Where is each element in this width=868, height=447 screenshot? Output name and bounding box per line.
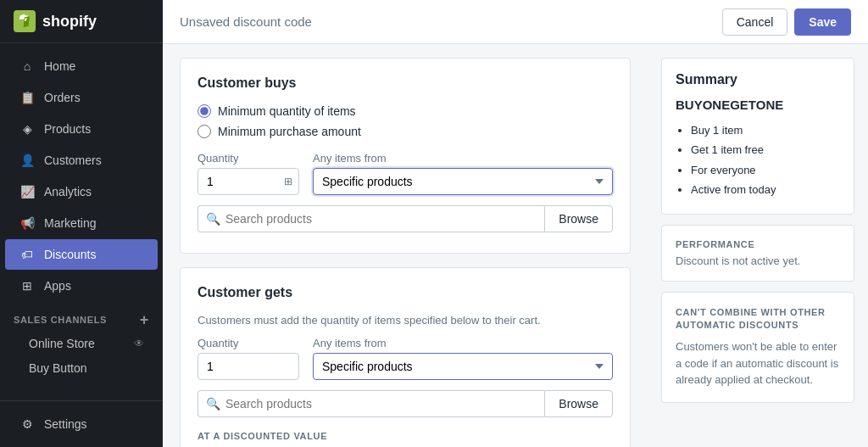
- sidebar-item-apps[interactable]: ⊞ Apps: [5, 271, 158, 301]
- summary-title: Summary: [676, 72, 840, 87]
- main-content: Customer buys Minimum quantity of items …: [163, 44, 648, 447]
- sidebar-item-customers[interactable]: 👤 Customers: [5, 145, 158, 176]
- buys-search-input-wrap: 🔍: [198, 205, 544, 232]
- customer-buys-title: Customer buys: [198, 75, 613, 91]
- min-purchase-radio-label[interactable]: Minimum purchase amount: [198, 125, 613, 138]
- sidebar-item-discounts-label: Discounts: [44, 248, 96, 261]
- summary-item-2: For everyone: [691, 160, 840, 180]
- performance-text: Discount is not active yet.: [676, 254, 840, 267]
- save-button[interactable]: Save: [794, 8, 851, 36]
- sidebar-item-customers-label: Customers: [44, 154, 102, 167]
- gets-search-input[interactable]: [198, 390, 544, 417]
- gets-form-row: Quantity Any items from Specific product…: [198, 337, 613, 380]
- orders-icon: 📋: [19, 89, 36, 106]
- sidebar-item-settings[interactable]: ⚙ Settings: [5, 409, 158, 439]
- summary-item-1: Get 1 item free: [691, 140, 840, 159]
- min-purchase-radio[interactable]: [198, 125, 211, 138]
- sidebar: shopify ⌂ Home 📋 Orders ◈ Products 👤 Cus…: [0, 0, 163, 447]
- sidebar-item-home[interactable]: ⌂ Home: [5, 51, 158, 81]
- sidebar-item-discounts[interactable]: 🏷 Discounts: [5, 239, 158, 270]
- buys-quantity-label: Quantity: [198, 152, 299, 165]
- right-sidebar: Summary BUYONEGETONE Buy 1 item Get 1 it…: [648, 44, 868, 447]
- buys-form-row: Quantity ⊞ Any items from Specific produ…: [198, 152, 613, 195]
- sidebar-item-settings-label: Settings: [44, 417, 87, 431]
- sidebar-bottom: ⚙ Settings: [0, 400, 163, 447]
- discounted-value-section: AT A DISCOUNTED VALUE Percentage Free: [198, 431, 613, 447]
- page-title: Unsaved discount code: [180, 14, 312, 29]
- gets-any-items-group: Any items from Specific products Specifi…: [313, 337, 613, 380]
- customer-buys-radio-group: Minimum quantity of items Minimum purcha…: [198, 104, 613, 138]
- discounts-icon: 🏷: [19, 246, 36, 263]
- summary-code: BUYONEGETONE: [676, 98, 840, 112]
- sidebar-item-analytics[interactable]: 📈 Analytics: [5, 176, 158, 207]
- eye-icon: 👁: [134, 338, 144, 349]
- gets-quantity-input[interactable]: [198, 353, 299, 380]
- buys-any-items-group: Any items from Specific products Specifi…: [313, 152, 613, 195]
- summary-card: Summary BUYONEGETONE Buy 1 item Get 1 it…: [661, 58, 854, 215]
- buys-quantity-group: Quantity ⊞: [198, 152, 299, 195]
- summary-list: Buy 1 item Get 1 item free For everyone …: [676, 120, 840, 200]
- sidebar-item-buy-button[interactable]: Buy Button: [5, 356, 158, 380]
- apps-icon: ⊞: [19, 277, 36, 294]
- shopify-logo-icon: [14, 10, 36, 32]
- calculator-icon: ⊞: [284, 176, 292, 187]
- customer-gets-title: Customer gets: [198, 285, 613, 300]
- gets-quantity-label: Quantity: [198, 337, 299, 349]
- customer-gets-card: Customer gets Customers must add the qua…: [180, 267, 631, 447]
- min-qty-radio[interactable]: [198, 104, 211, 118]
- sidebar-item-apps-label: Apps: [44, 279, 71, 293]
- gets-any-items-select[interactable]: Specific products Specific collections A…: [313, 353, 613, 380]
- sidebar-nav: ⌂ Home 📋 Orders ◈ Products 👤 Customers 📈…: [0, 43, 163, 400]
- min-purchase-label: Minimum purchase amount: [218, 125, 361, 138]
- buys-browse-button[interactable]: Browse: [544, 205, 613, 232]
- customer-buys-card: Customer buys Minimum quantity of items …: [180, 58, 631, 254]
- gets-quantity-group: Quantity: [198, 337, 299, 380]
- performance-label: PERFORMANCE: [676, 239, 840, 249]
- content-area: Customer buys Minimum quantity of items …: [163, 44, 868, 447]
- gets-search-icon: 🔍: [206, 397, 220, 411]
- shopify-wordmark: shopify: [42, 13, 97, 31]
- buys-any-items-label: Any items from: [313, 152, 613, 165]
- marketing-icon: 📢: [19, 215, 36, 232]
- gets-search-bar: 🔍 Browse: [198, 390, 613, 417]
- main-area: Unsaved discount code Cancel Save Custom…: [163, 0, 868, 447]
- discounted-value-label: AT A DISCOUNTED VALUE: [198, 431, 613, 441]
- gets-browse-button[interactable]: Browse: [544, 390, 613, 417]
- sidebar-item-marketing-label: Marketing: [44, 216, 96, 230]
- sidebar-item-home-label: Home: [44, 59, 75, 73]
- customers-icon: 👤: [19, 152, 36, 169]
- sidebar-item-marketing[interactable]: 📢 Marketing: [5, 208, 158, 238]
- combine-text: Customers won't be able to enter a code …: [676, 338, 840, 388]
- sidebar-item-analytics-label: Analytics: [44, 185, 92, 198]
- min-qty-label: Minimum quantity of items: [218, 104, 356, 118]
- cancel-button[interactable]: Cancel: [722, 8, 788, 36]
- home-icon: ⌂: [19, 58, 36, 75]
- sidebar-item-products[interactable]: ◈ Products: [5, 114, 158, 144]
- sidebar-item-orders[interactable]: 📋 Orders: [5, 82, 158, 113]
- header-actions: Cancel Save: [722, 8, 851, 36]
- add-channel-button[interactable]: +: [140, 312, 149, 327]
- sales-channels-section: SALES CHANNELS +: [0, 302, 163, 331]
- products-icon: ◈: [19, 120, 36, 137]
- summary-item-3: Active from today: [691, 180, 840, 199]
- sidebar-item-orders-label: Orders: [44, 91, 81, 104]
- buys-quantity-input-wrap: ⊞: [198, 168, 299, 195]
- buys-any-items-select[interactable]: Specific products Specific collections A…: [313, 168, 613, 195]
- min-qty-radio-label[interactable]: Minimum quantity of items: [198, 104, 613, 118]
- buys-search-bar: 🔍 Browse: [198, 205, 613, 232]
- combine-card: CAN'T COMBINE WITH OTHER AUTOMATIC DISCO…: [661, 292, 854, 403]
- settings-icon: ⚙: [19, 416, 36, 433]
- gets-search-input-wrap: 🔍: [198, 390, 544, 417]
- buys-search-icon: 🔍: [206, 212, 220, 226]
- gets-any-items-label: Any items from: [313, 337, 613, 349]
- summary-item-0: Buy 1 item: [691, 120, 840, 140]
- sidebar-item-products-label: Products: [44, 122, 91, 136]
- customer-gets-subtext: Customers must add the quantity of items…: [198, 314, 613, 327]
- combine-label: CAN'T COMBINE WITH OTHER AUTOMATIC DISCO…: [676, 306, 840, 332]
- sidebar-item-online-store[interactable]: Online Store 👁: [5, 332, 158, 355]
- sidebar-logo: shopify: [0, 0, 163, 43]
- performance-card: PERFORMANCE Discount is not active yet.: [661, 225, 854, 282]
- analytics-icon: 📈: [19, 183, 36, 200]
- buys-search-input[interactable]: [198, 205, 544, 232]
- top-header: Unsaved discount code Cancel Save: [163, 0, 868, 44]
